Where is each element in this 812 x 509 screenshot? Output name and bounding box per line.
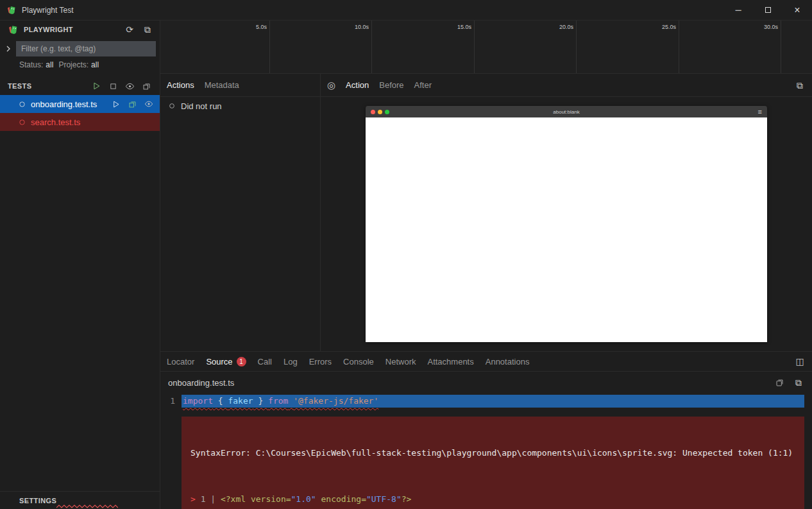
- tests-title: TESTS: [8, 82, 31, 90]
- maximize-icon: [765, 7, 771, 13]
- timeline-tick-label: 25.0s: [662, 24, 679, 30]
- playwright-logo-icon: [6, 5, 17, 15]
- tab-source[interactable]: Source 1: [206, 357, 246, 367]
- timeline-tick-label: 5.0s: [256, 24, 269, 30]
- tab-locator[interactable]: Locator: [167, 357, 194, 367]
- tab-log[interactable]: Log: [283, 357, 298, 367]
- syntax-error-box: SyntaxError: C:\Courses\EpicWeb\full-sta…: [182, 417, 804, 509]
- source-actions: ⧉: [774, 377, 804, 388]
- timeline-tick-label: 20.0s: [559, 24, 576, 30]
- browser-chrome: about:blank ≡: [366, 106, 767, 117]
- stop-icon[interactable]: [107, 80, 119, 92]
- error-message: SyntaxError: C:\Courses\EpicWeb\full-sta…: [190, 447, 795, 459]
- traffic-lights: [371, 110, 389, 114]
- main-area: 5.0s 10.0s 15.0s 20.0s 25.0s 30.0s Actio…: [160, 21, 812, 509]
- test-failed-icon: [18, 118, 26, 126]
- middle-panels: Actions Metadata Did not run ◎ Action Be…: [160, 74, 812, 351]
- timeline[interactable]: 5.0s 10.0s 15.0s 20.0s 25.0s 30.0s: [160, 21, 812, 74]
- tab-action[interactable]: Action: [346, 80, 369, 90]
- actions-tabbar: Actions Metadata: [160, 74, 320, 97]
- timeline-tick-label: 15.0s: [457, 24, 474, 30]
- tab-call[interactable]: Call: [258, 357, 272, 367]
- status-filters: Status:allProjects:all: [0, 60, 160, 73]
- collapse-all-icon[interactable]: [140, 80, 152, 92]
- tab-annotations[interactable]: Annotations: [486, 357, 530, 367]
- details-panel: Locator Source 1 Call Log Errors Console…: [160, 351, 812, 509]
- sidebar-header-actions: ⟳ ⧉: [124, 24, 153, 35]
- status-value[interactable]: all: [46, 60, 53, 69]
- snapshot-viewport: about:blank ≡: [321, 97, 812, 351]
- playwright-logo-icon: [8, 24, 19, 35]
- copy-icon[interactable]: [774, 377, 785, 388]
- test-item-search[interactable]: search.test.ts: [0, 113, 160, 131]
- tab-console[interactable]: Console: [343, 357, 374, 367]
- tab-errors[interactable]: Errors: [309, 357, 332, 367]
- tab-before[interactable]: Before: [379, 80, 403, 90]
- show-source-icon[interactable]: [126, 98, 138, 110]
- tab-network[interactable]: Network: [385, 357, 416, 367]
- titlebar: Playwright Test ─ ×: [0, 0, 812, 21]
- line-number: 1: [160, 395, 182, 408]
- test-item-label: search.test.ts: [31, 117, 80, 127]
- error-squiggle-decoration: [56, 505, 118, 508]
- source-file-name: onboarding.test.ts: [168, 378, 234, 388]
- watch-all-icon[interactable]: [124, 80, 135, 92]
- minimize-button[interactable]: ─: [723, 0, 753, 20]
- sidebar: PLAYWRIGHT ⟳ ⧉ Status:allProjects:all TE…: [0, 21, 160, 509]
- browser-snapshot: about:blank ≡: [366, 106, 767, 342]
- timeline-gridline: [474, 21, 475, 73]
- maximize-button[interactable]: [753, 0, 782, 20]
- traffic-light-close-icon: [371, 110, 375, 114]
- browser-address: about:blank: [553, 109, 579, 115]
- reload-tests-icon[interactable]: ⟳: [124, 24, 135, 35]
- action-pending-icon: [168, 102, 176, 110]
- snapshot-tabbar: ◎ Action Before After ⧉: [321, 74, 812, 97]
- tab-actions[interactable]: Actions: [167, 80, 194, 90]
- tab-after[interactable]: After: [414, 80, 432, 90]
- traffic-light-zoom-icon: [385, 110, 389, 114]
- window-controls: ─ ×: [723, 0, 812, 20]
- tests-toolbar: [90, 80, 152, 92]
- sidebar-title: PLAYWRIGHT: [24, 26, 73, 33]
- source-line-content: import { faker } from '@faker-js/faker': [182, 395, 804, 408]
- details-actions: ◫: [794, 356, 806, 367]
- open-external-icon[interactable]: ⧉: [142, 24, 153, 35]
- open-source-external-icon[interactable]: ⧉: [793, 377, 804, 388]
- watch-test-icon[interactable]: [143, 98, 155, 110]
- tab-source-label: Source: [206, 357, 232, 367]
- window-content: PLAYWRIGHT ⟳ ⧉ Status:allProjects:all TE…: [0, 21, 812, 509]
- test-row-actions: [110, 98, 155, 110]
- timeline-gridline: [371, 21, 372, 73]
- error-underline: import { faker } from '@faker-js/faker': [183, 396, 378, 406]
- test-item-onboarding[interactable]: onboarding.test.ts: [0, 95, 160, 113]
- projects-value[interactable]: all: [91, 60, 99, 69]
- timeline-gridline: [576, 21, 577, 73]
- source-line-1: 1 import { faker } from '@faker-js/faker…: [160, 395, 812, 408]
- close-button[interactable]: ×: [782, 0, 812, 20]
- error-frame-line: > 1 | <?xml version="1.0" encoding="UTF-…: [190, 494, 795, 505]
- open-snapshot-external-icon[interactable]: ⧉: [794, 80, 806, 91]
- tab-metadata[interactable]: Metadata: [205, 80, 239, 90]
- run-all-icon[interactable]: [90, 80, 102, 92]
- test-item-label: onboarding.test.ts: [31, 99, 97, 109]
- browser-menu-icon: ≡: [758, 108, 762, 116]
- action-item-label: Did not run: [181, 101, 222, 111]
- projects-label: Projects:: [58, 60, 89, 69]
- run-test-icon[interactable]: [110, 98, 121, 110]
- browser-page[interactable]: [366, 117, 767, 342]
- tab-attachments[interactable]: Attachments: [427, 357, 473, 367]
- status-label: Status:: [19, 60, 43, 69]
- timeline-tick-label: 10.0s: [355, 24, 371, 30]
- details-tabbar: Locator Source 1 Call Log Errors Console…: [160, 352, 812, 372]
- error-count-badge: 1: [237, 357, 246, 367]
- timeline-gridline: [781, 21, 781, 73]
- timeline-tick-label: 30.0s: [764, 24, 781, 30]
- filter-input[interactable]: [16, 41, 156, 56]
- timeline-gridline: [679, 21, 679, 73]
- split-view-icon[interactable]: ◫: [794, 356, 806, 367]
- pick-locator-icon[interactable]: ◎: [327, 80, 335, 91]
- action-list-item-did-not-run[interactable]: Did not run: [160, 97, 320, 115]
- snapshot-actions: ⧉: [794, 80, 806, 91]
- chevron-right-icon[interactable]: [3, 46, 14, 52]
- window-title: Playwright Test: [22, 6, 73, 15]
